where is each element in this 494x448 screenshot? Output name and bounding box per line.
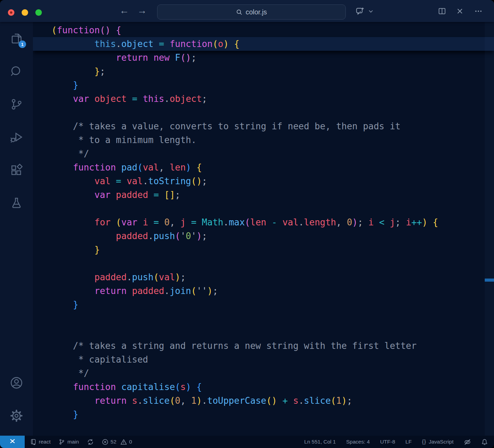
maximize-traffic-light[interactable] xyxy=(35,9,42,16)
minimize-traffic-light[interactable] xyxy=(22,9,28,16)
scrollbar[interactable] xyxy=(485,22,494,436)
copilot-chat-icon[interactable] xyxy=(355,7,365,16)
copilot-disabled-icon[interactable] xyxy=(464,438,471,446)
code-token xyxy=(159,217,164,227)
code-token xyxy=(110,190,116,200)
code-line[interactable]: val = val.toString(); xyxy=(33,174,494,188)
branch-status-item[interactable]: main xyxy=(59,439,79,445)
code-line[interactable]: * to a minimum length. xyxy=(33,133,494,147)
code-token: s xyxy=(293,396,298,406)
back-arrow[interactable]: ← xyxy=(119,0,129,22)
eol-setting[interactable]: LF xyxy=(405,439,412,445)
code-line[interactable]: var object = this.object; xyxy=(33,92,494,106)
code-line[interactable]: return s.slice(0, 1).toUpperCase() + s.s… xyxy=(33,394,494,408)
code-token: var xyxy=(73,94,89,104)
code-line[interactable] xyxy=(33,257,494,270)
bell-icon[interactable] xyxy=(481,439,488,445)
code-token: /* takes a string and returns a new stri… xyxy=(51,341,416,351)
language-mode[interactable]: {} JavaScript xyxy=(422,439,454,445)
code-token xyxy=(153,39,159,49)
code-line[interactable]: }; xyxy=(33,64,494,78)
code-token: function xyxy=(57,25,100,35)
titlebar-filename: color.js xyxy=(246,8,267,16)
more-actions-icon[interactable] xyxy=(474,7,483,15)
code-line[interactable]: */ xyxy=(33,147,494,161)
code-line[interactable]: } xyxy=(33,408,494,421)
chevron-down-icon[interactable] xyxy=(368,10,373,13)
command-center-search[interactable]: color.js xyxy=(157,4,346,20)
code-token: ; xyxy=(213,286,218,296)
code-token xyxy=(51,39,94,49)
sidebar-item-extensions[interactable] xyxy=(8,163,25,179)
code-token: ; xyxy=(202,231,207,241)
overview-ruler-marker xyxy=(485,279,494,282)
code-line[interactable]: return padded.join(''); xyxy=(33,284,494,298)
problems-status-item[interactable]: 52 0 xyxy=(102,439,132,445)
sync-icon xyxy=(87,439,94,445)
code-line[interactable]: for (var i = 0, j = Math.max(len - val.l… xyxy=(33,215,494,229)
code-token: ) xyxy=(223,39,229,49)
code-line[interactable] xyxy=(33,421,494,435)
code-token: } xyxy=(73,299,79,310)
code-token: } xyxy=(94,66,100,76)
code-line[interactable]: /* takes a string and returns a new stri… xyxy=(33,339,494,353)
code-line[interactable]: padded.push(val); xyxy=(33,270,494,284)
code-token: . xyxy=(164,94,170,104)
code-token: Math xyxy=(202,217,223,227)
code-line[interactable] xyxy=(33,311,494,325)
code-token xyxy=(116,162,121,173)
code-line[interactable] xyxy=(33,325,494,339)
code-line[interactable]: var padded = []; xyxy=(33,188,494,202)
code-token: . xyxy=(116,39,121,49)
code-token xyxy=(148,52,154,63)
sidebar-item-explorer[interactable]: 1 xyxy=(8,31,25,47)
code-line[interactable]: padded.push('0'); xyxy=(33,229,494,243)
code-token: ( xyxy=(137,162,143,173)
code-line[interactable]: function capitalise(s) { xyxy=(33,380,494,394)
code-token: function xyxy=(73,382,116,392)
close-traffic-light[interactable] xyxy=(8,9,14,16)
repo-status-item[interactable]: react xyxy=(30,439,50,445)
account-icon xyxy=(9,376,24,391)
cursor-position[interactable]: Ln 551, Col 1 xyxy=(304,439,336,445)
split-editor-icon[interactable] xyxy=(438,7,446,15)
sync-status-item[interactable] xyxy=(87,439,94,445)
code-line[interactable]: } xyxy=(33,78,494,92)
code-line[interactable] xyxy=(33,202,494,215)
sidebar-item-run-debug[interactable] xyxy=(8,130,25,146)
sidebar-item-account[interactable] xyxy=(8,375,25,392)
code-line[interactable]: */ xyxy=(33,366,494,380)
code-line[interactable]: /* takes a value, converts to string if … xyxy=(33,119,494,133)
error-icon xyxy=(102,439,108,445)
forward-arrow[interactable]: → xyxy=(137,0,147,22)
code-line[interactable]: function pad(val, len) { xyxy=(33,161,494,174)
run-debug-icon xyxy=(10,130,23,145)
code-line[interactable]: * capitalised xyxy=(33,353,494,366)
braces-icon: {} xyxy=(422,439,426,445)
status-bar: react main xyxy=(0,436,494,448)
code-line[interactable]: } xyxy=(33,243,494,257)
remote-indicator-button[interactable] xyxy=(0,436,25,448)
code-token: ) xyxy=(197,396,202,406)
editor[interactable]: (function() { this.object = function(o) … xyxy=(33,22,494,436)
code-token: pad xyxy=(121,162,138,173)
code-token xyxy=(175,217,180,227)
code-token xyxy=(385,217,390,227)
code-line[interactable] xyxy=(33,106,494,119)
code-token: i xyxy=(143,217,148,227)
code-line[interactable]: } xyxy=(33,298,494,311)
sidebar-item-testing[interactable] xyxy=(8,196,25,212)
code-token: 0 xyxy=(164,217,170,227)
sidebar-item-source-control[interactable] xyxy=(8,97,25,113)
sidebar-item-settings[interactable] xyxy=(8,408,25,425)
code-token xyxy=(51,80,73,90)
encoding-setting[interactable]: UTF-8 xyxy=(380,439,395,445)
indentation-setting[interactable]: Spaces: 4 xyxy=(346,439,370,445)
sidebar-item-search[interactable] xyxy=(8,64,25,80)
git-branch-icon xyxy=(59,439,65,445)
code-line[interactable]: this.object = function(o) { xyxy=(33,37,494,51)
code-line[interactable]: (function() { xyxy=(33,23,494,37)
code-token xyxy=(148,217,154,227)
close-icon[interactable] xyxy=(456,7,464,15)
code-line[interactable]: return new F(); xyxy=(33,51,494,64)
